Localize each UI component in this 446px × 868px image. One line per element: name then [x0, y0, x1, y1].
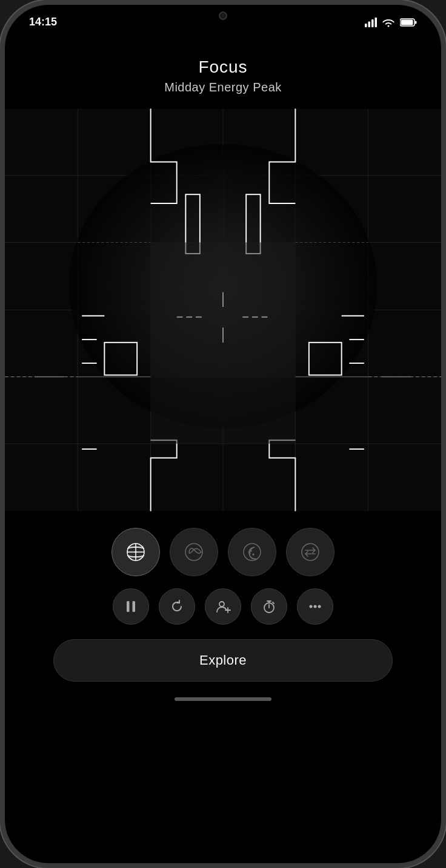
svg-rect-0 [365, 24, 367, 27]
mode-buttons-row [112, 528, 334, 576]
add-person-button[interactable] [205, 588, 241, 625]
home-indicator [175, 697, 271, 701]
camera [219, 12, 227, 20]
phone-frame: 14:15 [0, 0, 446, 868]
battery-icon [400, 18, 417, 27]
svg-point-50 [185, 544, 202, 561]
more-options-button[interactable] [297, 588, 333, 625]
moon-mode-button[interactable] [228, 528, 276, 576]
phone-screen: 14:15 [5, 5, 441, 863]
wifi-icon [382, 18, 395, 27]
svg-point-68 [318, 605, 321, 608]
focus-visualization [5, 104, 441, 516]
svg-line-65 [273, 602, 274, 603]
svg-point-52 [250, 550, 251, 551]
header: Focus Midday Energy Peak [5, 33, 441, 104]
svg-point-53 [253, 554, 254, 555]
svg-rect-44 [151, 377, 296, 444]
refresh-button[interactable] [159, 588, 195, 625]
infinity-mode-button[interactable] [170, 528, 218, 576]
svg-rect-1 [368, 21, 371, 27]
svg-rect-2 [371, 19, 374, 27]
pause-button[interactable] [113, 588, 149, 625]
svg-point-55 [302, 544, 319, 561]
globe-mode-button[interactable] [112, 528, 160, 576]
notch [175, 5, 271, 27]
swap-mode-button[interactable] [286, 528, 334, 576]
controls-section: Explore [5, 516, 441, 688]
svg-rect-3 [375, 18, 378, 27]
signal-icon [365, 18, 377, 27]
svg-rect-57 [133, 601, 136, 612]
explore-label: Explore [199, 653, 247, 668]
svg-point-58 [219, 602, 224, 607]
svg-rect-6 [415, 21, 417, 24]
svg-rect-43 [151, 242, 296, 376]
svg-rect-56 [127, 601, 130, 612]
page-title: Focus [5, 58, 441, 77]
svg-point-66 [310, 605, 313, 608]
svg-point-67 [314, 605, 317, 608]
explore-button[interactable]: Explore [53, 639, 393, 682]
svg-rect-5 [401, 19, 413, 25]
svg-point-54 [249, 553, 250, 554]
action-buttons-row [113, 588, 333, 625]
focus-svg [5, 104, 441, 516]
page-subtitle: Midday Energy Peak [5, 81, 441, 94]
time-display: 14:15 [29, 16, 57, 28]
timer-button[interactable] [251, 588, 287, 625]
status-icons [365, 18, 417, 27]
